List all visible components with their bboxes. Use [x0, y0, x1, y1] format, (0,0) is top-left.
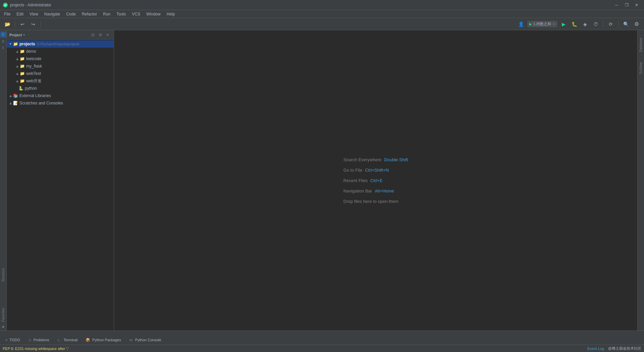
vcs-update-button[interactable]: ⟳ — [606, 19, 615, 29]
tree-item-python[interactable]: 🐍 python — [7, 85, 114, 92]
hint-nav-label: Navigation Bar — [343, 188, 372, 193]
toolbar-right: 👤 ▶ 1.闭数之和 ▼ ▶ 🐛 ◈ ⏱ ⟳ 🔍 ⚙ — [517, 19, 641, 29]
project-panel-dropdown[interactable]: Project ▼ — [9, 33, 25, 37]
run-button[interactable]: ▶ — [559, 19, 568, 29]
tree-arrow-leetcode: ▶ — [15, 56, 19, 61]
project-panel-arrow: ▼ — [22, 33, 25, 37]
menu-item-file[interactable]: File — [1, 11, 13, 17]
menu-bar: FileEditViewNavigateCodeRefactorRunTools… — [0, 10, 644, 18]
tree-arrow-projects: ▼ — [8, 42, 13, 46]
menu-item-code[interactable]: Code — [63, 11, 78, 17]
sciview-tab[interactable]: SciView — [638, 59, 643, 77]
coverage-button[interactable]: ◈ — [580, 19, 590, 29]
panel-close-button[interactable]: ✕ — [104, 32, 111, 38]
database-tab[interactable]: Database — [638, 35, 643, 55]
menu-item-edit[interactable]: Edit — [14, 11, 26, 17]
restore-button[interactable]: ❐ — [622, 2, 631, 8]
close-button[interactable]: ✕ — [632, 2, 641, 8]
tab-python-console[interactable]: ≫ Python Console — [125, 335, 165, 345]
tree-label-projects: projects — [19, 42, 35, 46]
status-left: PEP 8: E231 missing whitespace after ';' — [3, 347, 585, 351]
menu-item-window[interactable]: Window — [144, 11, 163, 17]
tree-label-leetcode: leetcode — [26, 56, 41, 61]
status-right: Event Log @稀土掘金技术社区 — [587, 346, 641, 351]
todo-icon: ≡ — [5, 338, 7, 342]
tab-todo-label: TODO — [9, 338, 20, 342]
menu-item-tools[interactable]: Tools — [114, 11, 128, 17]
title-bar-controls: ─ ❐ ✕ — [612, 2, 641, 8]
right-sidebar: Database SciView — [637, 30, 644, 331]
tree-item-projects-root[interactable]: ▼ 📁 projects E:\PycharmProjects\projects — [7, 40, 114, 48]
find-sidebar-icon[interactable]: F — [0, 45, 6, 51]
python-file-icon: 🐍 — [18, 86, 23, 91]
search-everywhere-button[interactable]: 🔍 — [621, 19, 631, 29]
tree-item-webtest[interactable]: ▶ 📁 webTest — [7, 70, 114, 77]
main-layout: P B F Structure Favorites ★ Project ▼ ⊟ … — [0, 30, 644, 331]
panel-settings-button[interactable]: ⚙ — [97, 32, 104, 38]
project-panel: Project ▼ ⊟ ⚙ ✕ ▼ 📁 projects E:\PycharmP… — [7, 30, 114, 331]
tab-python-packages[interactable]: 📦 Python Packages — [82, 335, 125, 345]
hint-search-label: Search Everywhere — [343, 157, 381, 162]
toolbar-undo-button[interactable]: ↩ — [18, 19, 27, 29]
tree-label-python: python — [25, 86, 37, 91]
tree-item-scratches[interactable]: ▶ 📝 Scratches and Consoles — [7, 99, 114, 107]
project-tree: ▼ 📁 projects E:\PycharmProjects\projects… — [7, 40, 114, 331]
bookmarks-sidebar-icon[interactable]: B — [0, 38, 6, 44]
menu-item-run[interactable]: Run — [100, 11, 113, 17]
tree-arrow-scratches: ▶ — [8, 101, 13, 105]
webtest-folder-icon: 📁 — [19, 71, 25, 76]
menu-item-refactor[interactable]: Refactor — [79, 11, 100, 17]
tree-label-webtest: webTest — [26, 71, 41, 76]
favorites-tab[interactable]: Favorites — [1, 305, 6, 324]
toolbar-open-button[interactable]: 📂 — [3, 19, 12, 29]
tab-problems[interactable]: ⚠ Problems — [24, 335, 53, 345]
tab-todo[interactable]: ≡ TODO — [1, 335, 24, 345]
hint-recent-label: Recent Files — [343, 178, 368, 183]
tree-arrow-my-flask: ▶ — [15, 64, 19, 69]
minimize-button[interactable]: ─ — [612, 2, 621, 8]
run-config-selector[interactable]: ▶ 1.闭数之和 ▼ — [527, 21, 557, 27]
hint-drop-label: Drop files here to open them — [343, 199, 398, 204]
projects-root-icon: 📁 — [13, 41, 18, 47]
demo-folder-icon: 📁 — [19, 49, 25, 54]
external-libs-icon: 📚 — [13, 93, 18, 98]
hint-goto-label: Go to File — [343, 168, 362, 173]
hint-navigation-bar: Navigation Bar Alt+Home — [343, 188, 394, 193]
settings-button[interactable]: ⚙ — [632, 19, 641, 29]
structure-tab[interactable]: Structure — [1, 265, 6, 284]
event-log-link[interactable]: Event Log — [587, 347, 604, 351]
debug-button[interactable]: 🐛 — [570, 19, 579, 29]
toolbar-separator-1 — [15, 21, 15, 28]
my-flask-folder-icon: 📁 — [19, 63, 25, 69]
welcome-hints: Search Everywhere Double Shift Go to Fil… — [343, 157, 408, 204]
web-dev-folder-icon: 📁 — [19, 78, 25, 84]
tab-terminal-label: Terminal — [64, 338, 78, 342]
menu-item-vcs[interactable]: VCS — [129, 11, 143, 17]
toolbar-redo-button[interactable]: ↪ — [29, 19, 38, 29]
tab-terminal[interactable]: >_ Terminal — [53, 335, 82, 345]
tree-item-web-dev[interactable]: ▶ 📁 web开发 — [7, 77, 114, 85]
user-button[interactable]: 👤 — [517, 19, 526, 29]
tree-item-external-libs[interactable]: ▶ 📚 External Libraries — [7, 92, 114, 99]
toolbar: 📂 ↩ ↪ 👤 ▶ 1.闭数之和 ▼ ▶ 🐛 ◈ ⏱ ⟳ 🔍 ⚙ — [0, 18, 644, 30]
project-sidebar-icon[interactable]: P — [0, 32, 6, 38]
status-chinese-text: @稀土掘金技术社区 — [608, 346, 641, 351]
hint-search-key: Double Shift — [384, 157, 408, 162]
status-bar: PEP 8: E231 missing whitespace after ';'… — [0, 345, 644, 352]
menu-item-help[interactable]: Help — [164, 11, 178, 17]
profile-button[interactable]: ⏱ — [591, 19, 600, 29]
menu-item-view[interactable]: View — [27, 11, 41, 17]
python-console-icon: ≫ — [129, 338, 133, 342]
tree-arrow-demo: ▶ — [15, 49, 19, 54]
tab-problems-label: Problems — [34, 338, 49, 342]
title-bar-left: projects - Administrator — [3, 2, 51, 8]
tree-item-demo[interactable]: ▶ 📁 demo — [7, 48, 114, 55]
menu-item-navigate[interactable]: Navigate — [42, 11, 63, 17]
collapse-all-button[interactable]: ⊟ — [90, 32, 96, 38]
tree-item-leetcode[interactable]: ▶ 📁 leetcode — [7, 55, 114, 62]
status-warning: PEP 8: E231 missing whitespace after ';' — [3, 347, 69, 351]
terminal-icon: >_ — [57, 338, 61, 342]
bottom-tabs: ≡ TODO ⚠ Problems >_ Terminal 📦 Python P… — [0, 331, 644, 345]
hint-nav-key: Alt+Home — [375, 188, 394, 193]
tree-item-my-flask[interactable]: ▶ 📁 my_flask — [7, 62, 114, 70]
